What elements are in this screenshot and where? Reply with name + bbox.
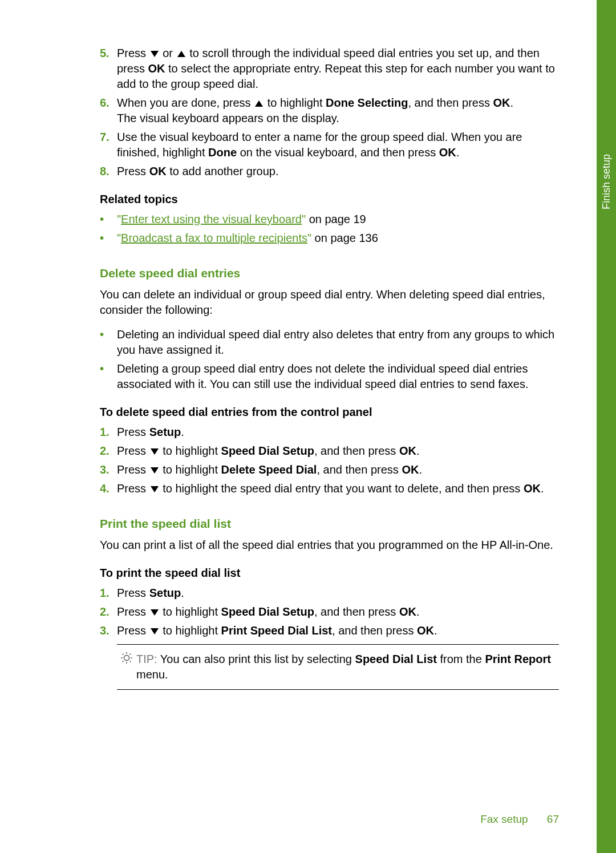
cross-reference-link[interactable]: Enter text using the visual keyboard xyxy=(121,213,302,225)
ui-term: Setup xyxy=(149,587,181,599)
ui-term: OK xyxy=(149,165,167,177)
delete-considerations-list: •Deleting an individual speed dial entry… xyxy=(100,327,559,392)
related-topics-heading: Related topics xyxy=(100,193,559,206)
ui-term: Print Speed Dial List xyxy=(221,624,332,637)
svg-point-0 xyxy=(124,655,129,660)
step-text: Press Setup. xyxy=(117,425,559,440)
step-number: 3. xyxy=(100,623,117,638)
step-number: 5. xyxy=(100,46,117,61)
cross-reference-link[interactable]: Broadcast a fax to multiple recipients xyxy=(121,232,307,244)
step-number: 2. xyxy=(100,604,117,620)
step-item: 2.Press to highlight Speed Dial Setup, a… xyxy=(100,604,559,620)
consideration-text: Deleting a group speed dial entry does n… xyxy=(117,361,559,392)
ui-term: Setup xyxy=(149,426,181,438)
page: Finish setup 5.Press or to scroll throug… xyxy=(0,0,616,853)
step-text: Press to highlight Speed Dial Setup, and… xyxy=(117,443,559,459)
step-text: Press to highlight Delete Speed Dial, an… xyxy=(117,462,559,478)
delete-intro-para: You can delete an individual or group sp… xyxy=(100,287,559,318)
ui-term: OK xyxy=(439,146,456,159)
print-heading: Print the speed dial list xyxy=(100,517,559,531)
ui-term: OK xyxy=(399,444,416,457)
ui-term: OK xyxy=(524,482,541,495)
related-topic-item: •"Enter text using the visual keyboard" … xyxy=(100,212,559,227)
tip-box: TIP: You can also print this list by sel… xyxy=(117,644,559,690)
step-item: 3.Press to highlight Delete Speed Dial, … xyxy=(100,462,559,478)
ui-term: OK xyxy=(417,624,434,637)
step-number: 2. xyxy=(100,443,117,459)
step-item: 1.Press Setup. xyxy=(100,585,559,601)
tip-text: TIP: You can also print this list by sel… xyxy=(136,652,559,682)
ui-term: Speed Dial Setup xyxy=(221,605,314,618)
related-topic-text: "Broadcast a fax to multiple recipients"… xyxy=(117,231,559,246)
continued-step-list: 5.Press or to scroll through the individ… xyxy=(100,46,559,179)
footer-page-number: 67 xyxy=(547,813,559,825)
delete-heading: Delete speed dial entries xyxy=(100,266,559,280)
print-intro-para: You can print a list of all the speed di… xyxy=(100,537,559,553)
consideration-item: •Deleting a group speed dial entry does … xyxy=(100,361,559,392)
step-item: 6.When you are done, press to highlight … xyxy=(100,95,559,126)
print-procedure-heading: To print the speed dial list xyxy=(100,567,559,580)
step-number: 1. xyxy=(100,585,117,601)
related-topic-text: "Enter text using the visual keyboard" o… xyxy=(117,212,559,227)
up-arrow-icon xyxy=(177,51,185,57)
svg-line-8 xyxy=(130,654,131,655)
down-arrow-icon xyxy=(151,628,159,634)
ui-term: Done xyxy=(208,146,237,159)
ui-term: OK xyxy=(493,96,510,109)
svg-line-5 xyxy=(123,654,124,655)
delete-step-list: 1.Press Setup.2.Press to highlight Speed… xyxy=(100,425,559,496)
down-arrow-icon xyxy=(151,467,159,474)
bullet-dot: • xyxy=(100,212,117,227)
down-arrow-icon xyxy=(151,51,159,57)
related-topics-list: •"Enter text using the visual keyboard" … xyxy=(100,212,559,246)
print-step-list: 1.Press Setup.2.Press to highlight Speed… xyxy=(100,585,559,638)
step-number: 1. xyxy=(100,425,117,440)
ui-term: OK xyxy=(402,463,419,476)
step-item: 8.Press OK to add another group. xyxy=(100,164,559,179)
ui-term: OK xyxy=(148,62,165,75)
step-item: 1.Press Setup. xyxy=(100,425,559,440)
chapter-tab: Finish setup xyxy=(597,0,616,853)
chapter-tab-label: Finish setup xyxy=(601,154,613,209)
step-text: Press to highlight Print Speed Dial List… xyxy=(117,623,559,638)
svg-line-6 xyxy=(130,661,131,662)
step-text: Press to highlight the speed dial entry … xyxy=(117,481,559,496)
step-text: Press OK to add another group. xyxy=(117,164,559,179)
ui-term: Print Report xyxy=(485,653,551,665)
bullet-dot: • xyxy=(100,327,117,342)
step-number: 8. xyxy=(100,164,117,179)
tip-label: TIP: xyxy=(136,653,157,665)
step-number: 3. xyxy=(100,462,117,478)
bullet-dot: • xyxy=(100,231,117,246)
step-text: Press to highlight Speed Dial Setup, and… xyxy=(117,604,559,620)
ui-term: Delete Speed Dial xyxy=(221,463,317,476)
step-text: When you are done, press to highlight Do… xyxy=(117,95,559,126)
bullet-dot: • xyxy=(100,361,117,377)
step-item: 4.Press to highlight the speed dial entr… xyxy=(100,481,559,496)
step-item: 7.Use the visual keyboard to enter a nam… xyxy=(100,130,559,160)
consideration-item: •Deleting an individual speed dial entry… xyxy=(100,327,559,358)
step-item: 5.Press or to scroll through the individ… xyxy=(100,46,559,92)
step-item: 3.Press to highlight Print Speed Dial Li… xyxy=(100,623,559,638)
step-text: Use the visual keyboard to enter a name … xyxy=(117,130,559,160)
ui-term: OK xyxy=(399,605,416,618)
step-text: Press Setup. xyxy=(117,585,559,601)
step-number: 4. xyxy=(100,481,117,496)
down-arrow-icon xyxy=(151,609,159,616)
down-arrow-icon xyxy=(151,448,159,455)
step-item: 2.Press to highlight Speed Dial Setup, a… xyxy=(100,443,559,459)
svg-line-7 xyxy=(123,661,124,662)
related-topic-item: •"Broadcast a fax to multiple recipients… xyxy=(100,231,559,246)
delete-procedure-heading: To delete speed dial entries from the co… xyxy=(100,406,559,419)
step-text: Press or to scroll through the individua… xyxy=(117,46,559,92)
step-number: 7. xyxy=(100,130,117,145)
ui-term: Speed Dial List xyxy=(355,653,437,665)
ui-term: Done Selecting xyxy=(326,96,408,109)
tip-icon xyxy=(117,652,136,664)
ui-term: Speed Dial Setup xyxy=(221,444,314,457)
step-number: 6. xyxy=(100,95,117,111)
page-footer: Fax setup 67 xyxy=(480,813,559,826)
consideration-text: Deleting an individual speed dial entry … xyxy=(117,327,559,358)
footer-section: Fax setup xyxy=(480,813,528,825)
down-arrow-icon xyxy=(151,486,159,492)
